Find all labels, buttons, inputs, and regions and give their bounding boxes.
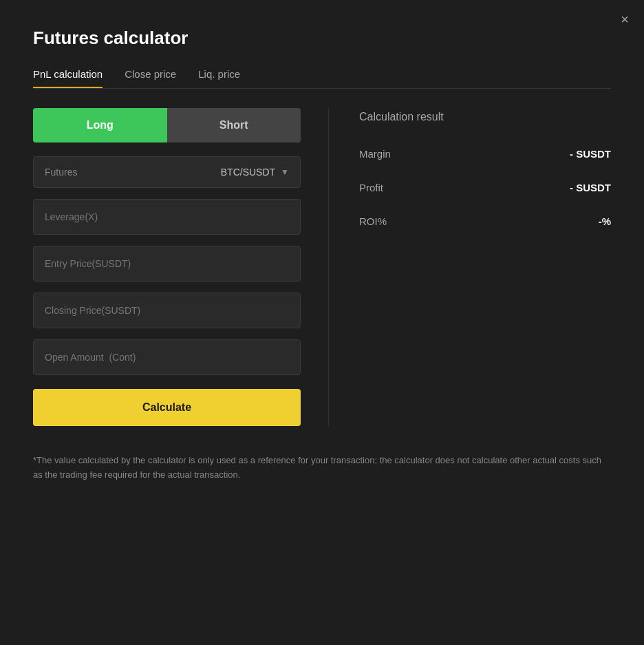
roi-row: ROI% -% — [359, 215, 611, 227]
roi-value: -% — [599, 215, 611, 227]
profit-row: Profit - SUSDT — [359, 182, 611, 193]
short-button[interactable]: Short — [167, 108, 301, 142]
dropdown-label: Futures — [45, 167, 77, 178]
close-button[interactable]: × — [621, 12, 629, 26]
profit-label: Profit — [359, 182, 383, 193]
margin-row: Margin - SUSDT — [359, 148, 611, 160]
open-amount-input[interactable] — [45, 352, 289, 363]
calculation-result-title: Calculation result — [359, 111, 611, 123]
tab-liq-price[interactable]: Liq. price — [198, 68, 240, 88]
tab-pnl-calculation[interactable]: PnL calculation — [33, 68, 103, 88]
entry-price-input[interactable] — [45, 258, 289, 269]
dropdown-selected-value: BTC/SUSDT — [221, 167, 275, 178]
tab-close-price[interactable]: Close price — [125, 68, 176, 88]
chevron-down-icon: ▼ — [281, 167, 289, 177]
margin-label: Margin — [359, 148, 391, 160]
long-button[interactable]: Long — [33, 108, 167, 142]
leverage-field[interactable] — [33, 199, 301, 235]
closing-price-input[interactable] — [45, 305, 289, 316]
content-area: Long Short Futures BTC/SUSDT ▼ — [33, 108, 611, 426]
calculate-button[interactable]: Calculate — [33, 389, 301, 426]
roi-label: ROI% — [359, 215, 387, 227]
right-panel: Calculation result Margin - SUSDT Profit… — [329, 108, 611, 426]
futures-dropdown[interactable]: Futures BTC/SUSDT ▼ — [33, 156, 301, 188]
tab-bar: PnL calculation Close price Liq. price — [33, 68, 611, 89]
modal-title: Futures calculator — [33, 28, 611, 49]
long-short-toggle: Long Short — [33, 108, 301, 142]
closing-price-field[interactable] — [33, 293, 301, 328]
disclaimer-text: *The value calculated by the calculator … — [33, 454, 611, 483]
left-panel: Long Short Futures BTC/SUSDT ▼ — [33, 108, 329, 426]
entry-price-field[interactable] — [33, 246, 301, 282]
open-amount-field[interactable] — [33, 339, 301, 375]
dropdown-value-group: BTC/SUSDT ▼ — [221, 167, 289, 178]
profit-value: - SUSDT — [570, 182, 611, 193]
leverage-input[interactable] — [45, 211, 289, 222]
margin-value: - SUSDT — [570, 148, 611, 160]
futures-calculator-modal: × Futures calculator PnL calculation Clo… — [0, 0, 644, 645]
